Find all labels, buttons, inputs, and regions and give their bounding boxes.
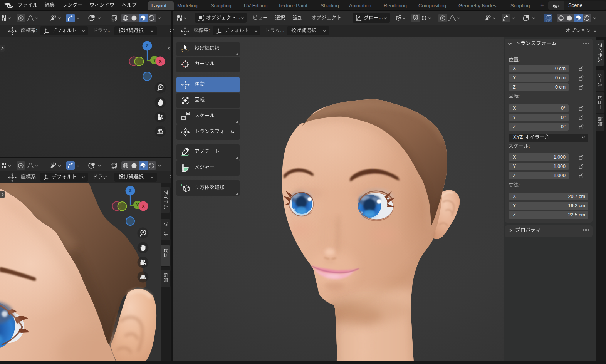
svg-text::: : bbox=[519, 182, 520, 188]
svg-text:Z: Z bbox=[146, 43, 148, 49]
svg-text::: : bbox=[36, 174, 37, 179]
svg-text:...: ... bbox=[236, 15, 240, 20]
svg-text:X: X bbox=[142, 204, 145, 209]
svg-text:XYZ: XYZ bbox=[513, 134, 523, 140]
svg-text::: : bbox=[519, 57, 520, 62]
svg-text:...: ... bbox=[107, 174, 112, 179]
svg-text:X: X bbox=[159, 59, 162, 64]
svg-text:Z: Z bbox=[129, 188, 131, 193]
svg-text:...: ... bbox=[107, 27, 112, 33]
svg-text::: : bbox=[519, 93, 520, 99]
svg-text::: : bbox=[36, 27, 37, 33]
svg-text::: : bbox=[208, 27, 210, 33]
svg-text:...: ... bbox=[379, 15, 383, 20]
svg-text::: : bbox=[529, 143, 530, 149]
svg-text:...: ... bbox=[280, 27, 284, 33]
